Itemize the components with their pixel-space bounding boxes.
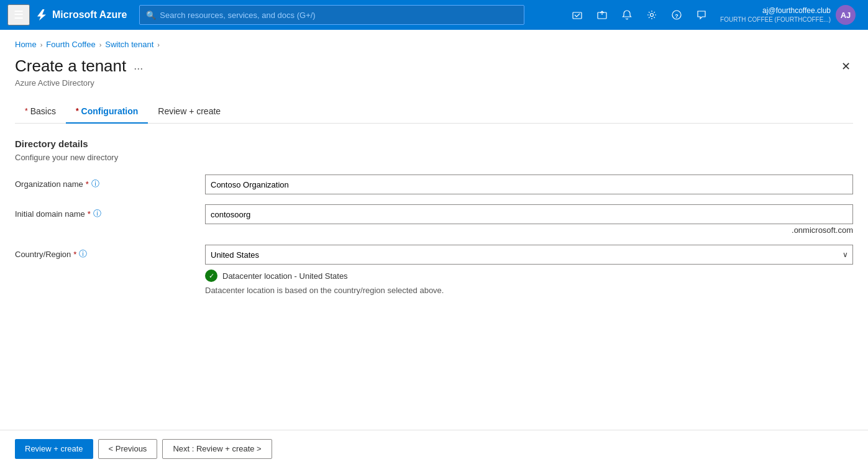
svg-text:?: ?: [675, 13, 678, 19]
hamburger-button[interactable]: ☰: [7, 4, 30, 25]
azure-logo: Microsoft Azure: [35, 8, 127, 22]
settings-button[interactable]: [641, 4, 663, 26]
tabs: * Basics * Configuration Review + create: [15, 100, 853, 124]
nav-icons: ? aj@fourthcoffee.club FOURTH COFFEE (FO…: [566, 2, 861, 27]
breadcrumb-switch-tenant[interactable]: Switch tenant: [105, 40, 153, 49]
breadcrumb-home[interactable]: Home: [15, 40, 37, 49]
svg-rect-0: [573, 12, 582, 19]
country-info-icon[interactable]: ⓘ: [79, 248, 87, 260]
tab-configuration-label: Configuration: [81, 106, 139, 116]
page-ellipsis-menu[interactable]: ...: [134, 60, 143, 73]
country-label: Country/Region * ⓘ: [15, 245, 195, 260]
breadcrumb: Home › Fourth Coffee › Switch tenant ›: [15, 40, 853, 49]
page-title-row: Create a tenant ... ✕: [15, 57, 853, 76]
org-name-label: Organization name * ⓘ: [15, 175, 195, 189]
page-title: Create a tenant: [15, 57, 126, 76]
country-required: *: [73, 250, 76, 259]
breadcrumb-sep3: ›: [157, 41, 160, 48]
search-bar[interactable]: 🔍: [139, 5, 524, 25]
user-email: aj@fourthcoffee.club: [720, 6, 831, 16]
domain-required: *: [88, 209, 91, 219]
tab-basics[interactable]: * Basics: [15, 100, 66, 124]
check-icon: ✓: [205, 270, 217, 282]
breadcrumb-fourth-coffee[interactable]: Fourth Coffee: [46, 40, 95, 49]
breadcrumb-sep2: ›: [99, 41, 102, 48]
tab-configuration[interactable]: * Configuration: [66, 100, 148, 124]
org-name-input[interactable]: [205, 175, 853, 194]
domain-name-row: Initial domain name * ⓘ .onmicrosoft.com: [15, 204, 853, 235]
tab-review-label: Review + create: [158, 106, 221, 116]
basics-asterisk: *: [25, 107, 28, 116]
country-select-wrapper: United States United Kingdom Canada Germ…: [205, 245, 853, 265]
section-title: Directory details: [15, 138, 853, 149]
domain-info-icon[interactable]: ⓘ: [93, 208, 101, 219]
azure-app-name: Microsoft Azure: [52, 9, 127, 20]
upload-button[interactable]: [591, 4, 613, 26]
section-desc: Configure your new directory: [15, 153, 853, 162]
country-select[interactable]: United States United Kingdom Canada Germ…: [205, 245, 853, 265]
user-text: aj@fourthcoffee.club FOURTH COFFEE (FOUR…: [720, 6, 831, 25]
country-region-row: Country/Region * ⓘ United States United …: [15, 245, 853, 295]
page-subtitle: Azure Active Directory: [15, 78, 853, 88]
top-navigation: ☰ Microsoft Azure 🔍 ? aj@four: [0, 0, 868, 30]
avatar[interactable]: AJ: [836, 5, 856, 25]
tab-review-create[interactable]: Review + create: [148, 100, 231, 124]
domain-suffix: .onmicrosoft.com: [205, 225, 853, 235]
notifications-button[interactable]: [616, 4, 638, 26]
svg-point-2: [651, 14, 654, 17]
user-info[interactable]: aj@fourthcoffee.club FOURTH COFFEE (FOUR…: [715, 2, 861, 27]
cloud-shell-button[interactable]: [566, 4, 588, 26]
org-name-required: *: [86, 179, 89, 189]
country-field: United States United Kingdom Canada Germ…: [205, 245, 853, 295]
config-asterisk: *: [76, 107, 79, 116]
search-input[interactable]: [160, 11, 518, 20]
domain-name-input[interactable]: [205, 204, 853, 224]
user-tenant: FOURTH COFFEE (FOURTHCOFFE...): [720, 16, 831, 24]
main-content: Home › Fourth Coffee › Switch tenant › C…: [0, 30, 868, 430]
help-button[interactable]: ?: [665, 4, 688, 26]
org-name-info-icon[interactable]: ⓘ: [91, 178, 99, 189]
org-name-field: [205, 175, 853, 194]
tab-basics-label: Basics: [30, 106, 56, 116]
feedback-button[interactable]: [690, 4, 713, 26]
close-button[interactable]: ✕: [839, 57, 853, 76]
domain-field: .onmicrosoft.com: [205, 204, 853, 235]
datacenter-badge: ✓ Datacenter location - United States: [205, 270, 853, 282]
datacenter-note: Datacenter location is based on the coun…: [205, 286, 853, 295]
domain-name-label: Initial domain name * ⓘ: [15, 204, 195, 219]
datacenter-label: Datacenter location - United States: [222, 271, 348, 281]
org-name-row: Organization name * ⓘ: [15, 175, 853, 194]
search-icon: 🔍: [146, 11, 156, 20]
breadcrumb-sep1: ›: [40, 41, 43, 48]
